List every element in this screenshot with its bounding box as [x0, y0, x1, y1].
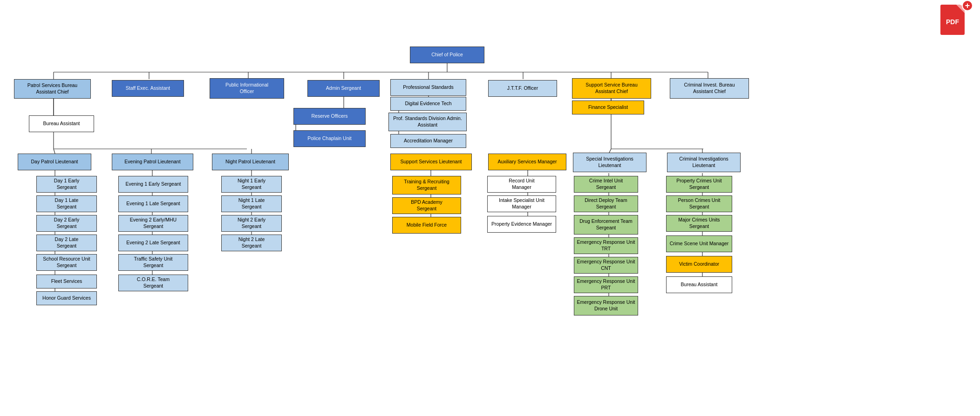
- drug-enforcement-sergeant: Drug Enforcement TeamSergeant: [574, 215, 638, 235]
- admin-sergeant: Admin Sergeant: [307, 80, 380, 97]
- auxiliary-services-mgr: Auxiliary Services Manager: [488, 154, 566, 170]
- direct-deploy-sergeant: Direct Deploy TeamSergeant: [574, 195, 638, 212]
- digital-evidence-tech: Digital Evidence Tech: [390, 97, 466, 111]
- crime-scene-manager: Crime Scene Unit Manager: [666, 235, 732, 252]
- mobile-field-force: Mobile Field Force: [392, 217, 461, 234]
- day1-early-sergeant: Day 1 EarlySergeant: [36, 176, 97, 193]
- emergency-trt: Emergency Response Unit TRT: [574, 237, 638, 254]
- victim-coordinator: Victim Coordinator: [666, 256, 732, 273]
- traffic-safety-sergeant: Traffic Safety UnitSergeant: [118, 254, 188, 271]
- patrol-bureau: Patrol Services BureauAssistant Chief: [14, 79, 91, 99]
- staff-exec-assistant: Staff Exec. Assistant: [112, 80, 184, 97]
- criminal-invest-lt: Criminal InvestigationsLieutenant: [667, 153, 741, 172]
- support-services-lt: Support Services Lieutenant: [390, 154, 472, 170]
- emergency-cnt: Emergency Response Unit CNT: [574, 257, 638, 274]
- day1-late-sergeant: Day 1 LateSergeant: [36, 195, 97, 212]
- org-chart: PDF +: [0, 0, 980, 416]
- svg-line-14: [54, 149, 55, 154]
- intake-specialist-manager: Intake Specialist Unit Manager: [487, 195, 556, 212]
- police-chaplain-unit: Police Chaplain Unit: [293, 130, 366, 147]
- property-evidence-manager: Property Evidence Manager: [487, 216, 556, 233]
- person-crimes-sergeant: Person Crimes UnitSergeant: [666, 195, 732, 212]
- emergency-prt: Emergency Response Unit PRT: [574, 276, 638, 293]
- criminal-invest-bureau: Criminal Invest. BureauAssistant Chief: [670, 78, 749, 99]
- school-resource-sergeant: School Resource UnitSergeant: [36, 254, 97, 271]
- fleet-services: Fleet Services: [36, 275, 97, 289]
- support-bureau: Support Service BureauAssistant Chief: [572, 78, 651, 99]
- professional-standards: Professional Standards: [390, 79, 466, 96]
- core-team-sergeant: C.O.R.E. TeamSergeant: [118, 275, 188, 291]
- public-info-officer: Public InformationalOfficer: [210, 78, 284, 99]
- pdf-icon[interactable]: PDF +: [938, 5, 971, 42]
- night2-late-sergeant: Night 2 LateSergeant: [221, 235, 282, 251]
- chief-of-police: Chief of Police: [410, 47, 484, 63]
- day-patrol-lt: Day Patrol Lieutenant: [18, 154, 91, 170]
- evening-patrol-lt: Evening Patrol Lieutenant: [112, 154, 193, 170]
- reserve-officers: Reserve Officers: [293, 108, 366, 125]
- night1-early-sergeant: Night 1 EarlySergeant: [221, 176, 282, 193]
- night2-early-sergeant: Night 2 EarlySergeant: [221, 215, 282, 232]
- bureau-assistant2: Bureau Assistant: [666, 276, 732, 293]
- night1-late-sergeant: Night 1 LateSergeant: [221, 195, 282, 212]
- record-unit-manager: Record UnitManager: [487, 176, 556, 193]
- honor-guard-services: Honor Guard Services: [36, 291, 97, 305]
- finance-specialist: Finance Specialist: [572, 101, 644, 114]
- bureau-assistant: Bureau Assistant: [29, 115, 94, 132]
- crime-intel-sergeant: Crime Intel UnitSergeant: [574, 176, 638, 193]
- evening2-mhu-sergeant: Evening 2 Early/MHUSergeant: [118, 215, 188, 232]
- day2-late-sergeant: Day 2 LateSergeant: [36, 235, 97, 251]
- bpd-academy-sergeant: BPD AcademySergeant: [392, 197, 461, 214]
- day2-early-sergeant: Day 2 EarlySergeant: [36, 215, 97, 232]
- accreditation-manager: Accreditation Manager: [390, 134, 466, 148]
- training-recruiting-sergeant: Training & RecruitingSergeant: [392, 176, 461, 195]
- jttf-officer: J.T.T.F. Officer: [488, 80, 557, 97]
- evening1-late-sergeant: Evening 1 Late Sergeant: [118, 195, 188, 212]
- emergency-drone: Emergency Response UnitDrone Unit: [574, 296, 638, 315]
- prof-standards-admin: Prof. Standards Division Admin.Assistant: [388, 113, 467, 131]
- major-crimes-sergeant: Major Crimes UnitsSergeant: [666, 215, 732, 232]
- night-patrol-lt: Night Patrol Lieutenant: [212, 154, 289, 170]
- special-invest-lt: Special InvestigationsLieutenant: [573, 153, 647, 172]
- evening2-late-sergeant: Evening 2 Late Sergeant: [118, 235, 188, 251]
- property-crimes-sergeant: Property Crimes UnitSergeant: [666, 176, 732, 193]
- evening1-early-sergeant: Evening 1 Early Sergeant: [118, 176, 188, 193]
